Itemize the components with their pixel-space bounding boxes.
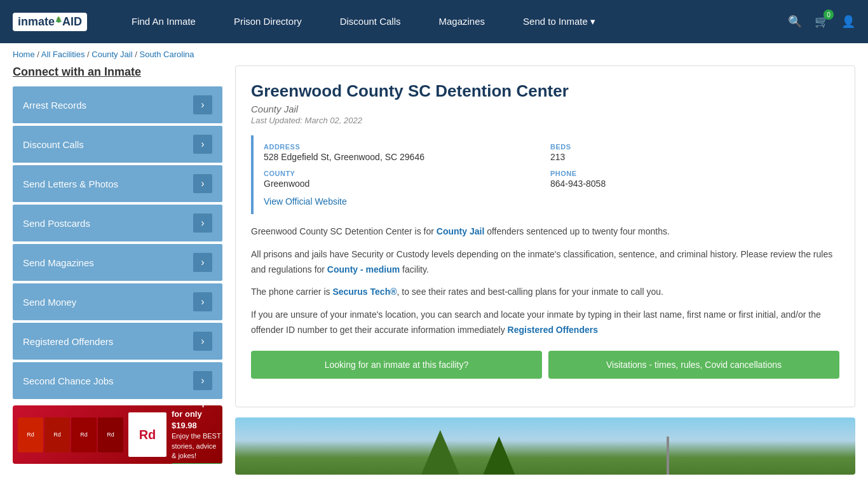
main-nav: inmate🎄AID Find An Inmate Prison Directo…	[0, 0, 868, 43]
ad-covers: Rd Rd Rd Rd	[18, 417, 123, 452]
logo-text-aid: AID	[62, 15, 82, 29]
ad-text: 1 Year Subscription for only $19.98 Enjo…	[172, 405, 222, 464]
securus-link[interactable]: Securus Tech®	[332, 287, 397, 297]
nav-discount-calls[interactable]: Discount Calls	[321, 0, 420, 43]
sidebar-item-registered-offenders[interactable]: Registered Offenders ›	[13, 323, 222, 360]
cart-button[interactable]: 🛒 0	[815, 15, 829, 29]
facility-info-grid: ADDRESS 528 Edgefield St, Greenwood, SC …	[251, 135, 839, 214]
sidebar-item-send-postcards[interactable]: Send Postcards ›	[13, 205, 222, 241]
sidebar: Connect with an Inmate Arrest Records › …	[13, 65, 222, 475]
sidebar-item-label: Send Letters & Photos	[23, 179, 118, 189]
logo-hat-icon: 🎄	[55, 16, 62, 23]
breadcrumb-home[interactable]: Home	[13, 50, 35, 59]
address-block: ADDRESS 528 Edgefield St, Greenwood, SC …	[264, 143, 543, 162]
nav-find-inmate[interactable]: Find An Inmate	[112, 0, 215, 43]
facility-type: County Jail	[251, 104, 839, 114]
sidebar-arrow-icon: ›	[193, 95, 212, 114]
address-value: 528 Edgefield St, Greenwood, SC 29646	[264, 152, 543, 162]
action-buttons: Looking for an inmate at this facility? …	[251, 351, 839, 379]
nav-magazines[interactable]: Magazines	[420, 0, 505, 43]
main-content: Greenwood County SC Detention Center Cou…	[235, 65, 855, 475]
ad-cover-3: Rd	[71, 417, 97, 452]
sidebar-item-label: Send Postcards	[23, 218, 90, 229]
facility-name: Greenwood County SC Detention Center	[251, 81, 839, 101]
photo-tree2-icon	[483, 437, 515, 475]
facility-description: Greenwood County SC Detention Center is …	[251, 224, 839, 338]
ad-rd-logo: Rd	[128, 412, 166, 457]
breadcrumb: Home / All Facilities / County Jail / So…	[0, 43, 868, 65]
sidebar-item-second-chance-jobs[interactable]: Second Chance Jobs ›	[13, 362, 222, 399]
sidebar-arrow-icon: ›	[193, 332, 212, 351]
sidebar-item-label: Registered Offenders	[23, 336, 113, 347]
sidebar-item-send-money[interactable]: Send Money ›	[13, 283, 222, 320]
sidebar-item-arrest-records[interactable]: Arrest Records ›	[13, 86, 222, 123]
beds-block: BEDS 213	[550, 143, 829, 162]
logo[interactable]: inmate🎄AID	[13, 13, 87, 31]
photo-pole	[667, 437, 669, 475]
page-content: Connect with an Inmate Arrest Records › …	[0, 65, 868, 487]
phone-value: 864-943-8058	[550, 179, 829, 189]
address-label: ADDRESS	[264, 143, 543, 151]
sidebar-arrow-icon: ›	[193, 371, 212, 390]
facility-card: Greenwood County SC Detention Center Cou…	[235, 65, 855, 407]
phone-block: PHONE 864-943-8058	[550, 170, 829, 189]
search-button[interactable]: 🔍	[788, 15, 802, 29]
ad-cover-1: Rd	[18, 417, 43, 452]
desc-para-3: The phone carrier is Securus Tech®, to s…	[251, 285, 839, 300]
looking-for-inmate-button[interactable]: Looking for an inmate at this facility?	[251, 351, 542, 379]
sidebar-title: Connect with an Inmate	[13, 65, 222, 79]
facility-photo	[235, 417, 855, 475]
ad-cover-2: Rd	[44, 417, 70, 452]
sidebar-item-label: Arrest Records	[23, 100, 86, 111]
breadcrumb-state[interactable]: South Carolina	[139, 50, 194, 59]
ad-cover-4: Rd	[98, 417, 123, 452]
beds-value: 213	[550, 152, 829, 162]
desc-para-4: If you are unsure of your inmate's locat…	[251, 308, 839, 338]
photo-tree-icon	[421, 430, 459, 475]
cart-badge: 0	[824, 10, 834, 20]
sidebar-item-label: Discount Calls	[23, 139, 84, 150]
nav-links: Find An Inmate Prison Directory Discount…	[112, 0, 788, 43]
nav-prison-directory[interactable]: Prison Directory	[215, 0, 321, 43]
ad-subscribe-button[interactable]: Subscribe Now	[172, 463, 222, 464]
facility-last-updated: Last Updated: March 02, 2022	[251, 116, 839, 125]
county-block: COUNTY Greenwood	[264, 170, 543, 189]
breadcrumb-all-facilities[interactable]: All Facilities	[41, 50, 85, 59]
official-website-link[interactable]: View Official Website	[264, 196, 347, 207]
beds-label: BEDS	[550, 143, 829, 151]
logo-text-inmate: inmate	[18, 15, 55, 29]
sidebar-item-label: Send Magazines	[23, 257, 94, 268]
phone-label: PHONE	[550, 170, 829, 177]
sidebar-arrow-icon: ›	[193, 214, 212, 233]
official-link-block: View Official Website	[264, 196, 829, 207]
county-jail-link[interactable]: County Jail	[437, 226, 484, 236]
sidebar-arrow-icon: ›	[193, 292, 212, 311]
sidebar-item-label: Send Money	[23, 297, 76, 308]
nav-icons: 🔍 🛒 0 👤	[788, 15, 855, 29]
sidebar-advertisement: Rd Rd Rd Rd Rd 1 Year Subscription for o…	[13, 405, 222, 464]
sidebar-item-discount-calls[interactable]: Discount Calls ›	[13, 126, 222, 163]
breadcrumb-county-jail[interactable]: County Jail	[92, 50, 132, 59]
user-account-button[interactable]: 👤	[841, 15, 855, 29]
sidebar-arrow-icon: ›	[193, 253, 212, 272]
sidebar-arrow-icon: ›	[193, 174, 212, 193]
county-medium-link[interactable]: County - medium	[327, 264, 400, 274]
nav-send-to-inmate[interactable]: Send to Inmate ▾	[504, 0, 614, 43]
sidebar-item-send-letters-photos[interactable]: Send Letters & Photos ›	[13, 165, 222, 202]
sidebar-arrow-icon: ›	[193, 135, 212, 154]
visitations-button[interactable]: Visitations - times, rules, Covid cancel…	[548, 351, 839, 379]
sidebar-item-send-magazines[interactable]: Send Magazines ›	[13, 244, 222, 281]
desc-para-2: All prisons and jails have Security or C…	[251, 247, 839, 278]
desc-para-1: Greenwood County SC Detention Center is …	[251, 224, 839, 240]
sidebar-item-label: Second Chance Jobs	[23, 376, 114, 386]
dropdown-chevron-icon: ▾	[590, 0, 595, 43]
county-value: Greenwood	[264, 179, 543, 189]
county-label: COUNTY	[264, 170, 543, 177]
registered-offenders-link[interactable]: Registered Offenders	[508, 325, 598, 335]
